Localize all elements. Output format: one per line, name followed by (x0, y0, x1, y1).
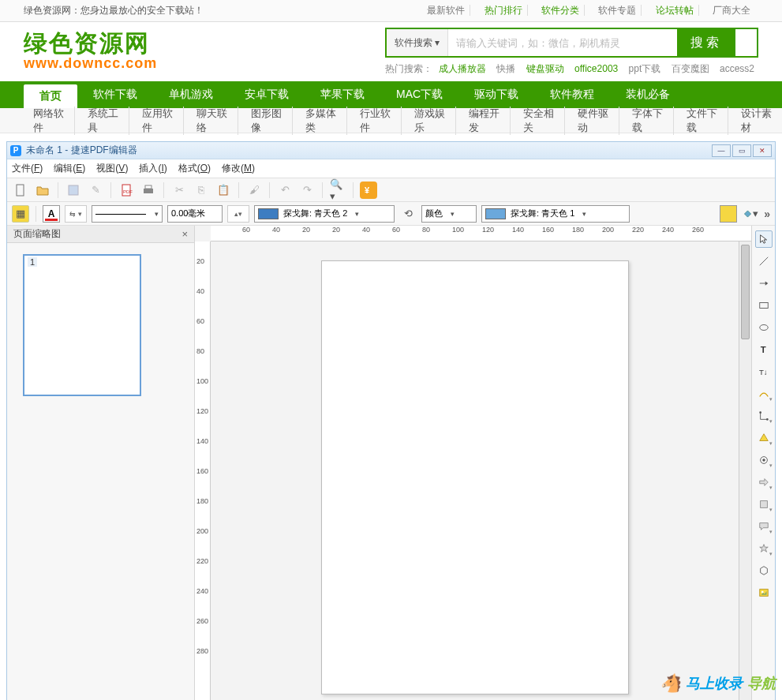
topbar-link[interactable]: 论坛转帖 (651, 5, 699, 16)
topbar-link[interactable]: 软件分类 (537, 5, 585, 16)
menu-format[interactable]: 格式(O) (178, 162, 211, 175)
maximize-button[interactable]: ▭ (732, 144, 751, 157)
horizontal-ruler[interactable]: 6040202040608010012014016018020022024026… (211, 226, 751, 241)
paste-icon[interactable]: 📋 (215, 182, 232, 199)
search-type-dropdown[interactable]: 软件搜索 ▾ (387, 29, 448, 56)
font-color-icon[interactable]: A (43, 205, 60, 223)
new-file-icon[interactable] (12, 182, 29, 199)
menu-file[interactable]: 文件(F) (12, 162, 43, 175)
fill-color-dropdown-2[interactable]: 探戈舞: 青天色 1▾ (481, 205, 630, 223)
save-icon[interactable] (65, 182, 82, 199)
block-arrows-icon[interactable]: ▾ (755, 474, 773, 491)
menu-view[interactable]: 视图(V) (96, 162, 128, 175)
undo-icon[interactable]: ↶ (276, 182, 294, 199)
document-page[interactable] (321, 260, 629, 694)
nav-item[interactable]: 装机必备 (610, 81, 686, 108)
ellipse-tool-icon[interactable] (755, 319, 773, 336)
zoom-icon[interactable]: 🔍▾ (329, 182, 346, 199)
fill-color-dropdown-1[interactable]: 探戈舞: 青天色 2▾ (254, 205, 395, 223)
subnav-link[interactable]: 系统工具 (78, 107, 129, 135)
rectangle-tool-icon[interactable] (755, 297, 773, 314)
curve-tool-icon[interactable]: ▾ (755, 385, 773, 402)
subnav-link[interactable]: 网络软件 (24, 107, 75, 135)
format-paint-icon[interactable]: 🖌 (245, 182, 263, 199)
nav-item[interactable]: 软件教程 (534, 81, 610, 108)
menu-modify[interactable]: 修改(M) (222, 162, 255, 175)
close-button[interactable]: ✕ (753, 144, 772, 157)
subnav-link[interactable]: 游戏娱乐 (405, 107, 456, 135)
menu-edit[interactable]: 编辑(E) (54, 162, 85, 175)
search-input[interactable] (448, 29, 677, 56)
text-tool-icon[interactable]: T (755, 341, 773, 358)
line-width-input[interactable] (167, 205, 223, 223)
connector-tool-icon[interactable]: ▾ (755, 407, 773, 425)
hot-link[interactable]: ppt下载 (629, 63, 661, 74)
vertical-text-tool-icon[interactable]: T↓ (755, 363, 773, 380)
nav-item[interactable]: 驱动下载 (458, 81, 534, 108)
nav-item[interactable]: 苹果下载 (305, 81, 380, 108)
topbar-link[interactable]: 最新软件 (422, 5, 470, 16)
topbar-link[interactable]: 厂商大全 (708, 5, 755, 16)
subnav-link[interactable]: 文件下载 (677, 107, 728, 135)
stepper-icon[interactable]: ▴▾ (227, 205, 249, 223)
scrollbar-thumb[interactable] (741, 245, 750, 339)
line-spacing-icon[interactable]: ⇆ ▾ (65, 205, 87, 223)
nav-item[interactable]: 软件下载 (77, 81, 153, 108)
callout-icon[interactable]: ▾ (755, 518, 773, 535)
window-titlebar[interactable]: P 未命名 1 - 捷速PDF编辑器 — ▭ ✕ (7, 142, 775, 159)
minimize-button[interactable]: — (712, 144, 731, 157)
nav-item-home[interactable]: 首页 (24, 84, 77, 108)
line-tool-icon[interactable] (755, 253, 773, 270)
image-tool-icon[interactable] (755, 584, 773, 601)
currency-icon[interactable]: ¥ (360, 182, 377, 199)
pointer-tool-icon[interactable] (755, 230, 773, 248)
swap-colors-icon[interactable]: ⟲ (399, 205, 417, 223)
subnav-link[interactable]: 硬件驱动 (568, 107, 619, 135)
vertical-scrollbar[interactable] (739, 241, 751, 700)
subnav-link[interactable]: 字体下载 (623, 107, 674, 135)
subnav-link[interactable]: 行业软件 (350, 107, 402, 135)
hot-link[interactable]: office2003 (574, 63, 618, 74)
subnav-link[interactable]: 编程开发 (459, 107, 511, 135)
close-panel-icon[interactable]: × (181, 228, 188, 240)
polygon-tool-icon[interactable] (755, 562, 773, 579)
color-label-dropdown[interactable]: 颜色▾ (421, 205, 477, 223)
topbar-link[interactable]: 软件专题 (593, 5, 642, 16)
highlight-color-icon[interactable] (720, 205, 737, 223)
subnav-link[interactable]: 聊天联络 (187, 107, 238, 135)
nav-item[interactable]: MAC下载 (380, 81, 458, 108)
subnav-link[interactable]: 设计素材 (731, 107, 782, 135)
nav-item[interactable]: 单机游戏 (153, 81, 229, 108)
copy-icon[interactable]: ⎘ (193, 182, 210, 199)
vertical-ruler[interactable]: 20406080100120140160180200220240260280 (195, 241, 211, 700)
topbar-link[interactable]: 热门排行 (480, 5, 528, 16)
nav-item[interactable]: 安卓下载 (229, 81, 305, 108)
hot-link[interactable]: 成人播放器 (439, 63, 486, 74)
thumbnail-body[interactable]: 1 (7, 243, 194, 700)
symbol-shapes-icon[interactable]: ▾ (755, 451, 773, 469)
open-file-icon[interactable] (34, 182, 51, 199)
arrow-tool-icon[interactable] (755, 275, 773, 292)
search-button[interactable]: 搜索 (677, 29, 735, 56)
line-style-dropdown[interactable]: ▾ (92, 205, 163, 223)
bucket-fill-icon[interactable]: ▾ (742, 205, 759, 223)
subnav-link[interactable]: 图形图像 (241, 107, 293, 135)
subnav-link[interactable]: 安全相关 (514, 107, 565, 135)
document-canvas[interactable] (211, 241, 751, 700)
subnav-link[interactable]: 多媒体类 (296, 107, 347, 135)
redo-icon[interactable]: ↷ (298, 182, 316, 199)
hot-link[interactable]: 快播 (496, 63, 515, 74)
hot-link[interactable]: 百变魔图 (672, 63, 709, 74)
cut-icon[interactable]: ✂ (170, 182, 188, 199)
menu-insert[interactable]: 插入(I) (139, 162, 167, 175)
edit-icon[interactable]: ✎ (87, 182, 104, 199)
print-icon[interactable] (140, 182, 157, 199)
flowchart-icon[interactable]: ▾ (755, 496, 773, 513)
site-logo[interactable]: 绿色资源网 www.downcc.com (24, 32, 157, 73)
export-pdf-icon[interactable]: PDF (118, 182, 135, 199)
grid-view-icon[interactable]: ▦ (12, 205, 29, 223)
page-thumbnail[interactable]: 1 (23, 254, 141, 396)
more-tools-icon[interactable]: » (764, 208, 770, 220)
subnav-link[interactable]: 应用软件 (133, 107, 184, 135)
hot-link[interactable]: 键盘驱动 (526, 63, 564, 74)
